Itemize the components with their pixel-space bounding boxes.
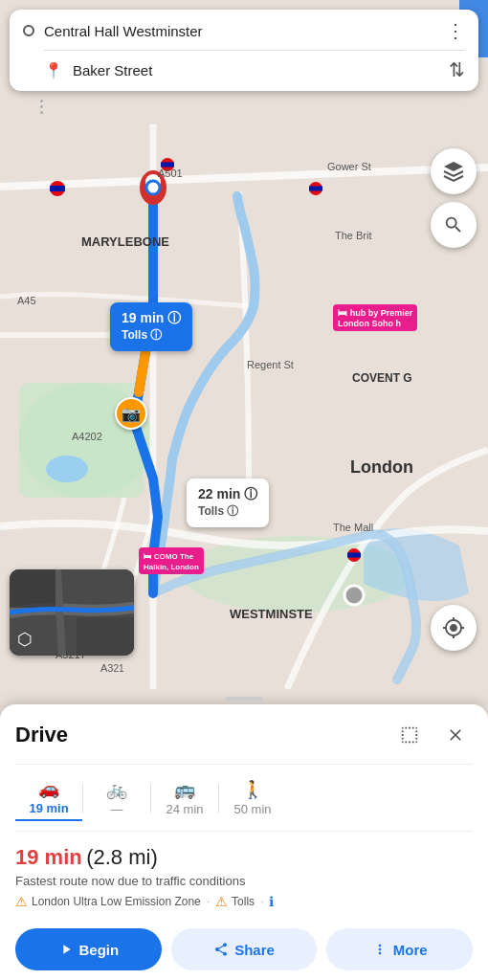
route-dist: (2.8 mi) bbox=[86, 845, 158, 869]
destination-input[interactable]: Baker Street bbox=[73, 62, 439, 78]
swap-route-button[interactable]: ⇅ bbox=[449, 58, 465, 81]
map-label-westminster: WESTMINSTE bbox=[230, 607, 313, 621]
route-description: Fastest route now due to traffic conditi… bbox=[15, 874, 473, 888]
route-time: 19 min bbox=[15, 845, 82, 869]
map-label-coventg: COVENT G bbox=[352, 371, 412, 385]
layers-button[interactable] bbox=[431, 148, 477, 194]
destination-pin-icon: 📍 bbox=[44, 61, 63, 79]
car-icon: 🚗 bbox=[38, 778, 59, 799]
more-button[interactable]: More bbox=[326, 928, 473, 970]
close-panel-button[interactable] bbox=[438, 718, 473, 752]
map-label-a45: A45 bbox=[17, 295, 36, 306]
hotel-label: hub by PremierLondon Soho h bbox=[338, 308, 412, 328]
map-label-a321: A321 bbox=[100, 662, 124, 674]
tab-walk[interactable]: 🚶 50 min bbox=[219, 775, 286, 820]
map-label-gower: Gower St bbox=[327, 161, 371, 172]
map-label-a4202: A4202 bbox=[72, 431, 102, 442]
tolls-warning-icon: ⚠ bbox=[215, 894, 228, 909]
svg-point-23 bbox=[146, 181, 160, 194]
svg-rect-13 bbox=[309, 187, 322, 191]
svg-point-20 bbox=[344, 586, 364, 605]
alt-route-label[interactable]: 22 min ⓘTolls ⓘ bbox=[187, 479, 269, 527]
svg-point-4 bbox=[46, 456, 88, 482]
speed-camera-badge: 📷 bbox=[115, 397, 147, 430]
tolls-label: Tolls bbox=[232, 895, 255, 908]
tag-separator-1: · bbox=[207, 895, 210, 908]
more-options-label: More bbox=[393, 942, 428, 958]
tag-separator-2: · bbox=[260, 895, 263, 908]
emission-zone-label: London Ultra Low Emission Zone bbox=[32, 895, 201, 908]
begin-label: Begin bbox=[79, 942, 120, 958]
info-circle-icon[interactable]: ℹ bbox=[269, 894, 274, 909]
como-marker[interactable]: 🛏 COMO TheHalkin, London bbox=[139, 547, 204, 574]
bus-icon: 🚌 bbox=[174, 779, 195, 800]
location-button[interactable] bbox=[431, 605, 477, 651]
walk-icon: 🚶 bbox=[242, 779, 263, 800]
drag-handle[interactable] bbox=[225, 697, 263, 701]
map-label-mall: The Mall bbox=[333, 522, 373, 533]
more-menu-button[interactable]: ⋮ bbox=[446, 19, 465, 42]
map-label-marylebone: MARYLEBONE bbox=[81, 234, 169, 249]
origin-input[interactable]: Central Hall Westminster bbox=[44, 23, 436, 39]
transit-time: 24 min bbox=[166, 802, 203, 816]
route-info: 19 min (2.8 mi) Fastest route now due to… bbox=[15, 832, 473, 917]
begin-button[interactable]: Begin bbox=[15, 928, 162, 970]
map-label-london: London bbox=[350, 457, 413, 478]
panel-icons bbox=[392, 718, 473, 752]
satellite-thumbnail[interactable]: ⬡ bbox=[10, 569, 134, 656]
share-button[interactable]: Share bbox=[171, 928, 318, 970]
bottom-panel: Drive 🚗 19 min 🚲 — 🚌 bbox=[0, 704, 488, 980]
action-buttons: Begin Share More bbox=[15, 928, 473, 970]
tab-drive[interactable]: 🚗 19 min bbox=[15, 774, 82, 821]
cycle-time: — bbox=[111, 802, 123, 816]
hotel-marker[interactable]: 🛏 hub by PremierLondon Soho h bbox=[333, 304, 417, 331]
tab-transit[interactable]: 🚌 24 min bbox=[151, 775, 218, 820]
map-label-brit: The Brit bbox=[335, 230, 372, 241]
tolls-tag: ⚠ Tolls bbox=[215, 894, 255, 909]
svg-rect-19 bbox=[347, 553, 361, 558]
warning-icon: ⚠ bbox=[15, 894, 28, 909]
map-area[interactable]: 19 min ⓘTolls ⓘ 22 min ⓘTolls ⓘ MARYLEBO… bbox=[0, 0, 488, 689]
map-label-a501: A501 bbox=[158, 167, 183, 179]
bike-icon: 🚲 bbox=[106, 779, 127, 800]
transport-tabs: 🚗 19 min 🚲 — 🚌 24 min 🚶 50 min bbox=[15, 765, 473, 832]
filter-button[interactable] bbox=[392, 718, 427, 752]
drive-time: 19 min bbox=[29, 801, 68, 815]
search-on-map-button[interactable] bbox=[431, 202, 477, 248]
svg-rect-27 bbox=[77, 617, 134, 656]
tab-cycle[interactable]: 🚲 — bbox=[83, 775, 150, 820]
cube-icon: ⬡ bbox=[17, 629, 33, 650]
svg-rect-26 bbox=[10, 569, 55, 608]
origin-dot-icon bbox=[23, 25, 34, 36]
walk-time: 50 min bbox=[233, 802, 271, 816]
panel-header: Drive bbox=[15, 704, 473, 765]
map-controls bbox=[431, 148, 477, 248]
como-label: COMO TheHalkin, London bbox=[144, 552, 199, 571]
share-label: Share bbox=[234, 942, 275, 958]
search-bar: Central Hall Westminster ⋮ 📍 Baker Stree… bbox=[10, 10, 478, 91]
map-label-regent: Regent St bbox=[247, 359, 294, 370]
drive-title: Drive bbox=[15, 723, 68, 747]
svg-rect-11 bbox=[161, 163, 174, 167]
primary-route-label[interactable]: 19 min ⓘTolls ⓘ bbox=[110, 302, 192, 351]
route-tags: ⚠ London Ultra Low Emission Zone · ⚠ Tol… bbox=[15, 894, 473, 909]
emission-zone-tag: ⚠ London Ultra Low Emission Zone bbox=[15, 894, 201, 909]
svg-rect-9 bbox=[50, 186, 65, 191]
